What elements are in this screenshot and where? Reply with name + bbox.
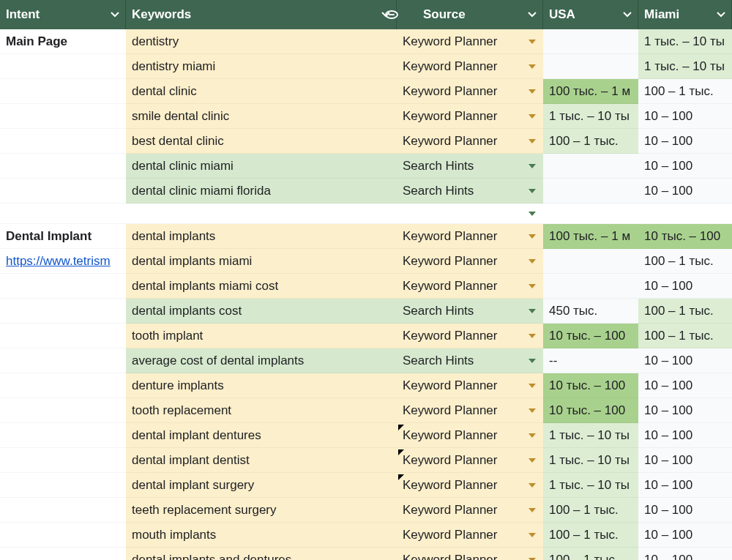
keyword-cell[interactable]: average cost of dental implants (126, 348, 397, 373)
column-header-usa[interactable]: USA (543, 0, 638, 29)
intent-link[interactable]: https://www.tetrism (6, 254, 111, 269)
keyword-cell[interactable]: dental implants and dentures (126, 548, 397, 560)
miami-cell[interactable]: 10 – 100 (638, 129, 732, 154)
intent-cell[interactable] (0, 54, 126, 79)
miami-cell[interactable]: 1 тыс. – 10 ты (638, 29, 732, 54)
keyword-cell[interactable]: dental implants miami cost (126, 274, 397, 299)
intent-cell[interactable] (0, 398, 126, 423)
keyword-cell[interactable]: dental implants (126, 224, 397, 249)
keyword-cell[interactable]: dental implant dentist (126, 448, 397, 473)
miami-cell[interactable]: 10 – 100 (638, 523, 732, 548)
source-cell[interactable]: Keyword Planner (397, 274, 543, 299)
miami-cell[interactable]: 10 – 100 (638, 154, 732, 179)
miami-cell[interactable]: 10 тыс. – 100 (638, 224, 732, 249)
miami-cell[interactable]: 10 – 100 (638, 348, 732, 373)
miami-cell[interactable]: 100 – 1 тыс. (638, 324, 732, 348)
intent-cell[interactable] (0, 373, 126, 398)
usa-cell[interactable]: 100 – 1 тыс. (543, 523, 638, 548)
source-cell[interactable]: Keyword Planner (397, 249, 543, 274)
source-cell[interactable]: Keyword Planner (397, 224, 543, 249)
intent-cell[interactable] (0, 348, 126, 373)
usa-cell[interactable] (543, 154, 638, 179)
keyword-cell[interactable]: dental clinic miami (126, 154, 397, 179)
keyword-cell[interactable]: dental implants miami (126, 249, 397, 274)
source-cell[interactable]: Keyword Planner (397, 324, 543, 348)
usa-cell[interactable]: 100 тыс. – 1 м (543, 79, 638, 104)
source-cell[interactable]: Keyword Planner (397, 548, 543, 560)
miami-cell[interactable]: 100 – 1 тыс. (638, 79, 732, 104)
miami-cell[interactable]: 10 – 100 (638, 104, 732, 129)
usa-cell[interactable]: 100 – 1 тыс. (543, 548, 638, 560)
source-cell[interactable]: Keyword Planner (397, 129, 543, 154)
column-header-source[interactable]: Source (397, 0, 543, 29)
intent-cell[interactable]: Dental Implant (0, 224, 126, 249)
column-header-keywords[interactable]: Keywords (126, 0, 397, 29)
source-cell[interactable]: Keyword Planner (397, 373, 543, 398)
intent-cell[interactable]: Main Page (0, 29, 126, 54)
source-cell[interactable]: Keyword Planner (397, 398, 543, 423)
source-cell[interactable]: Keyword Planner (397, 104, 543, 129)
intent-cell[interactable] (0, 423, 126, 448)
usa-cell[interactable]: 10 тыс. – 100 (543, 398, 638, 423)
source-cell[interactable]: Search Hints (397, 299, 543, 324)
usa-cell[interactable]: 100 – 1 тыс. (543, 498, 638, 523)
keyword-cell[interactable]: dentistry (126, 29, 397, 54)
miami-cell[interactable]: 10 – 100 (638, 423, 732, 448)
miami-cell[interactable]: 10 – 100 (638, 498, 732, 523)
usa-cell[interactable]: 10 тыс. – 100 (543, 324, 638, 348)
separator-cell[interactable] (126, 204, 397, 224)
intent-cell[interactable] (0, 104, 126, 129)
keyword-cell[interactable]: dental implants cost (126, 299, 397, 324)
keyword-cell[interactable]: dental clinic (126, 79, 397, 104)
source-cell[interactable]: Keyword Planner (397, 448, 543, 473)
source-cell[interactable]: Search Hints (397, 179, 543, 204)
intent-cell[interactable] (0, 498, 126, 523)
usa-cell[interactable]: 1 тыс. – 10 ты (543, 473, 638, 498)
miami-cell[interactable]: 1 тыс. – 10 ты (638, 54, 732, 79)
keyword-cell[interactable]: teeth replacement surgery (126, 498, 397, 523)
usa-cell[interactable] (543, 274, 638, 299)
usa-cell[interactable]: -- (543, 348, 638, 373)
miami-cell[interactable]: 100 – 1 тыс. (638, 249, 732, 274)
keyword-cell[interactable]: dental implant surgery (126, 473, 397, 498)
usa-cell[interactable]: 1 тыс. – 10 ты (543, 104, 638, 129)
keyword-cell[interactable]: tooth implant (126, 324, 397, 348)
usa-cell[interactable]: 100 тыс. – 1 м (543, 224, 638, 249)
miami-cell[interactable]: 10 – 100 (638, 398, 732, 423)
miami-cell[interactable]: 100 – 1 тыс. (638, 299, 732, 324)
usa-cell[interactable] (543, 54, 638, 79)
source-cell[interactable]: Keyword Planner (397, 423, 543, 448)
source-cell[interactable]: Keyword Planner (397, 523, 543, 548)
separator-cell[interactable] (638, 204, 732, 224)
source-cell[interactable]: Search Hints (397, 154, 543, 179)
intent-cell[interactable] (0, 274, 126, 299)
intent-cell[interactable] (0, 129, 126, 154)
separator-cell[interactable] (543, 204, 638, 224)
keyword-cell[interactable]: dental clinic miami florida (126, 179, 397, 204)
source-cell[interactable]: Keyword Planner (397, 498, 543, 523)
usa-cell[interactable] (543, 249, 638, 274)
source-cell[interactable] (397, 204, 543, 224)
usa-cell[interactable]: 100 – 1 тыс. (543, 129, 638, 154)
source-cell[interactable]: Keyword Planner (397, 29, 543, 54)
usa-cell[interactable]: 1 тыс. – 10 ты (543, 448, 638, 473)
keyword-cell[interactable]: denture implants (126, 373, 397, 398)
separator-cell[interactable] (0, 204, 126, 224)
intent-cell[interactable] (0, 448, 126, 473)
source-cell[interactable]: Keyword Planner (397, 79, 543, 104)
intent-cell[interactable] (0, 548, 126, 560)
column-header-miami[interactable]: Miami (638, 0, 732, 29)
usa-cell[interactable] (543, 29, 638, 54)
keyword-cell[interactable]: mouth implants (126, 523, 397, 548)
keyword-cell[interactable]: smile dental clinic (126, 104, 397, 129)
intent-cell[interactable]: https://www.tetrism (0, 249, 126, 274)
miami-cell[interactable]: 10 – 100 (638, 274, 732, 299)
intent-cell[interactable] (0, 299, 126, 324)
miami-cell[interactable]: 10 – 100 (638, 548, 732, 560)
usa-cell[interactable] (543, 179, 638, 204)
intent-cell[interactable] (0, 79, 126, 104)
keyword-cell[interactable]: best dental clinic (126, 129, 397, 154)
usa-cell[interactable]: 10 тыс. – 100 (543, 373, 638, 398)
intent-cell[interactable] (0, 473, 126, 498)
keyword-cell[interactable]: dentistry miami (126, 54, 397, 79)
